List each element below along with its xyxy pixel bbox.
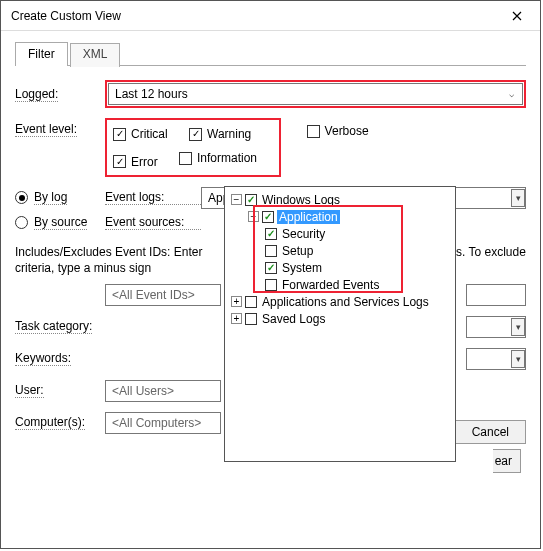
cancel-button[interactable]: Cancel <box>455 420 526 444</box>
window-title: Create Custom View <box>11 9 494 23</box>
checkbox-critical[interactable]: Critical <box>113 127 168 141</box>
tree-node-saved-logs[interactable]: + Saved Logs <box>231 310 455 327</box>
checkbox-information[interactable]: Information <box>179 151 257 165</box>
checkbox-icon[interactable] <box>265 279 277 291</box>
event-level-highlight: Critical Warning Error Information <box>105 118 281 177</box>
close-button[interactable] <box>494 1 540 31</box>
checkbox-icon[interactable] <box>265 245 277 257</box>
tabstrip: Filter XML <box>15 41 526 66</box>
label-task-category: Task category: <box>15 319 105 334</box>
computers-input[interactable]: <All Computers> <box>105 412 221 434</box>
tree-node-security[interactable]: Security <box>231 225 455 242</box>
chevron-down-icon: ⌵ <box>504 89 518 99</box>
tree-node-system[interactable]: System <box>231 259 455 276</box>
tree-node-app-services-logs[interactable]: + Applications and Services Logs <box>231 293 455 310</box>
keywords-dropdown[interactable]: ▾ <box>466 348 526 370</box>
radio-by-log[interactable]: By log <box>15 190 105 205</box>
close-icon <box>512 11 522 21</box>
titlebar: Create Custom View <box>1 1 540 31</box>
collapse-icon[interactable]: − <box>231 194 242 205</box>
label-event-level: Event level: <box>15 118 105 137</box>
checkbox-verbose[interactable]: Verbose <box>307 124 369 138</box>
logged-highlight: Last 12 hours ⌵ <box>105 80 526 108</box>
checkbox-icon[interactable] <box>265 228 277 240</box>
tree-node-forwarded-events[interactable]: Forwarded Events <box>231 276 455 293</box>
checkbox-icon <box>113 155 126 168</box>
row-logged: Logged: Last 12 hours ⌵ <box>15 80 526 108</box>
event-logs-tree-panel: − Windows Logs − Application Security Se… <box>224 186 456 462</box>
chevron-down-icon: ▾ <box>511 350 525 368</box>
label-event-sources: Event sources: <box>105 215 201 230</box>
checkbox-icon[interactable] <box>245 296 257 308</box>
label-keywords: Keywords: <box>15 351 105 366</box>
tab-xml[interactable]: XML <box>70 43 121 67</box>
label-logged: Logged: <box>15 87 105 102</box>
expand-icon[interactable]: + <box>231 313 242 324</box>
tree-node-application[interactable]: − Application <box>231 208 455 225</box>
checkbox-icon <box>307 125 320 138</box>
label-user: User: <box>15 383 105 398</box>
checkbox-icon[interactable] <box>245 194 257 206</box>
checkbox-icon[interactable] <box>245 313 257 325</box>
radio-icon <box>15 191 28 204</box>
checkbox-icon <box>189 128 202 141</box>
chevron-down-icon: ▾ <box>511 189 525 207</box>
chevron-down-icon: ▾ <box>511 318 525 336</box>
checkbox-warning[interactable]: Warning <box>189 127 251 141</box>
checkbox-icon <box>113 128 126 141</box>
tree-node-setup[interactable]: Setup <box>231 242 455 259</box>
label-event-logs: Event logs: <box>105 190 201 205</box>
logged-dropdown[interactable]: Last 12 hours ⌵ <box>108 83 523 105</box>
clear-button[interactable]: ear <box>493 449 521 473</box>
user-input[interactable]: <All Users> <box>105 380 221 402</box>
checkbox-icon[interactable] <box>265 262 277 274</box>
event-level-group: Critical Warning Error Information Verbo… <box>105 118 526 177</box>
logged-value: Last 12 hours <box>115 87 504 101</box>
collapse-icon[interactable]: − <box>248 211 259 222</box>
checkbox-icon[interactable] <box>262 211 274 223</box>
tab-filter[interactable]: Filter <box>15 42 68 66</box>
expand-icon[interactable]: + <box>231 296 242 307</box>
task-category-dropdown[interactable]: ▾ <box>466 316 526 338</box>
radio-icon <box>15 216 28 229</box>
event-ids-extra-input[interactable] <box>466 284 526 306</box>
row-event-level: Event level: Critical Warning Error Info… <box>15 118 526 177</box>
checkbox-icon <box>179 152 192 165</box>
label-computers: Computer(s): <box>15 415 105 430</box>
clear-button-row: ear <box>493 447 526 475</box>
tree-node-windows-logs[interactable]: − Windows Logs <box>231 191 455 208</box>
create-custom-view-window: Create Custom View Filter XML Logged: La… <box>0 0 541 549</box>
event-ids-input[interactable]: <All Event IDs> <box>105 284 221 306</box>
checkbox-error[interactable]: Error <box>113 155 158 169</box>
radio-by-source[interactable]: By source <box>15 215 105 230</box>
